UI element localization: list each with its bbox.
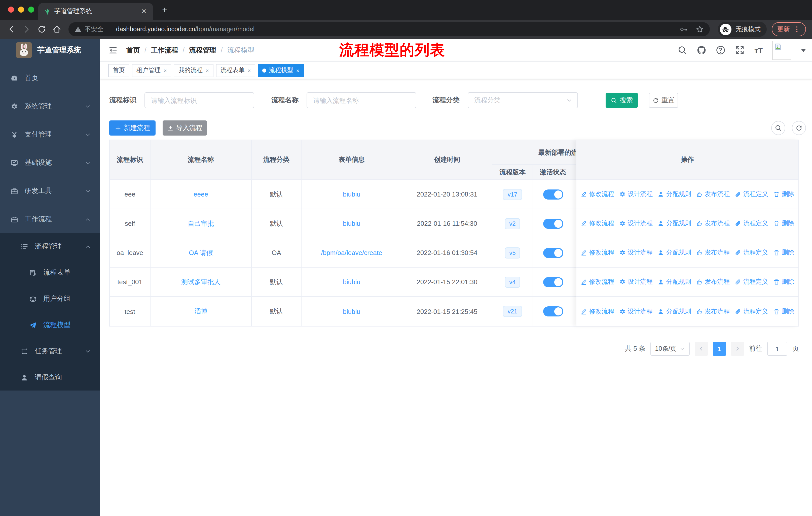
process-definition-link[interactable]: 流程定义 [735,190,768,198]
search-icon[interactable] [678,45,688,55]
page-tab-2[interactable]: 我的流程× [174,64,213,77]
page-tab-1[interactable]: 租户管理× [132,64,171,77]
tab-close-icon[interactable]: ✕ [140,7,148,15]
page-size-select[interactable]: 10条/页 [650,342,690,356]
process-definition-link[interactable]: 流程定义 [735,278,768,286]
delete-link[interactable]: 删除 [773,248,794,257]
design-process-link[interactable]: 设计流程 [619,248,653,257]
page-tab-4[interactable]: 流程模型× [258,64,304,77]
form-info-link[interactable]: biubiu [301,297,402,326]
import-process-button[interactable]: 导入流程 [163,120,207,136]
category-select[interactable]: 流程分类 [468,92,578,108]
assign-rule-link[interactable]: 分配规则 [658,219,691,228]
key-icon[interactable] [679,25,688,33]
process-name-link[interactable]: eeee [150,180,252,209]
delete-link[interactable]: 删除 [773,219,794,228]
sidebar-item-tasks-10[interactable]: 任务管理 [0,338,100,364]
search-button[interactable]: 搜索 [606,93,638,108]
publish-process-link[interactable]: 发布流程 [696,278,730,286]
edit-process-link[interactable]: 修改流程 [580,278,614,286]
maximize-window-button[interactable] [28,6,34,12]
sidebar-item-listflow-6[interactable]: 流程管理 [0,233,100,260]
url-bar[interactable]: 不安全 dashboard.yudao.iocoder.cn/bpm/manag… [68,22,710,36]
publish-process-link[interactable]: 发布流程 [696,190,730,198]
page-tab-0[interactable]: 首页 [108,64,129,77]
sidebar-item-briefcase-4[interactable]: 研发工具 [0,177,100,205]
avatar-caret-icon[interactable] [801,49,806,52]
next-page-button[interactable] [731,342,744,356]
font-size-icon[interactable]: ᴛT [754,46,763,54]
breadcrumb-home[interactable]: 首页 [126,46,140,55]
process-id-input[interactable] [144,92,254,108]
tab-close-icon[interactable]: × [164,67,167,73]
assign-rule-link[interactable]: 分配规则 [658,248,691,257]
avatar[interactable] [772,40,791,60]
form-info-link[interactable]: biubiu [301,180,402,209]
delete-link[interactable]: 删除 [773,278,794,286]
sidebar-item-send-9[interactable]: 流程模型 [0,312,100,338]
form-info-link[interactable]: /bpm/oa/leave/create [301,238,402,267]
assign-rule-link[interactable]: 分配规则 [658,307,691,316]
create-process-button[interactable]: 新建流程 [109,120,155,136]
sidebar-item-dashboard-0[interactable]: 首页 [0,64,100,92]
github-icon[interactable] [697,45,706,55]
sidebar-item-monitor-3[interactable]: 基础设施 [0,148,100,177]
breadcrumb-process-manage[interactable]: 流程管理 [189,46,216,55]
process-name-input[interactable] [307,92,416,108]
browser-menu-icon[interactable] [793,26,801,33]
tab-close-icon[interactable]: × [248,67,251,73]
breadcrumb-workflow[interactable]: 工作流程 [151,46,178,55]
active-toggle[interactable] [543,306,563,317]
show-search-button[interactable] [771,121,785,135]
minimize-window-button[interactable] [18,6,24,12]
current-page-button[interactable]: 1 [713,342,726,356]
design-process-link[interactable]: 设计流程 [619,307,653,316]
sidebar-item-form-7[interactable]: 流程表单 [0,260,100,286]
forward-icon[interactable] [20,23,33,36]
process-definition-link[interactable]: 流程定义 [735,219,768,228]
new-tab-button[interactable]: + [159,4,170,16]
edit-process-link[interactable]: 修改流程 [580,307,614,316]
form-info-link[interactable]: biubiu [301,209,402,238]
form-info-link[interactable]: biubiu [301,268,402,296]
fullscreen-icon[interactable] [735,45,745,55]
refresh-table-button[interactable] [792,121,806,135]
sidebar-item-robot-8[interactable]: 用户分组 [0,286,100,312]
publish-process-link[interactable]: 发布流程 [696,219,730,228]
process-definition-link[interactable]: 流程定义 [735,307,768,316]
active-toggle[interactable] [543,248,563,258]
design-process-link[interactable]: 设计流程 [619,190,653,198]
assign-rule-link[interactable]: 分配规则 [658,278,691,286]
edit-process-link[interactable]: 修改流程 [580,190,614,198]
process-definition-link[interactable]: 流程定义 [735,248,768,257]
design-process-link[interactable]: 设计流程 [619,219,653,228]
reset-button[interactable]: 重置 [649,93,678,108]
help-icon[interactable] [716,45,726,55]
sidebar-logo[interactable]: 芋道管理系统 [0,39,100,61]
bookmark-star-icon[interactable] [696,25,704,33]
edit-process-link[interactable]: 修改流程 [580,248,614,257]
sidebar-item-briefcase-5[interactable]: 工作流程 [0,205,100,233]
process-name-link[interactable]: 测试多审批人 [150,268,252,296]
reload-icon[interactable] [35,23,48,36]
security-label[interactable]: 不安全 [85,25,104,33]
close-window-button[interactable] [8,6,14,12]
publish-process-link[interactable]: 发布流程 [696,248,730,257]
publish-process-link[interactable]: 发布流程 [696,307,730,316]
page-tab-3[interactable]: 流程表单× [216,64,256,77]
design-process-link[interactable]: 设计流程 [619,278,653,286]
active-toggle[interactable] [543,277,563,287]
home-icon[interactable] [50,23,63,36]
process-name-link[interactable]: 自己审批 [150,209,252,238]
goto-page-input[interactable] [767,342,787,356]
back-icon[interactable] [5,23,18,36]
active-toggle[interactable] [543,218,563,228]
delete-link[interactable]: 删除 [773,190,794,198]
url-text[interactable]: dashboard.yudao.iocoder.cn/bpm/manager/m… [116,26,255,33]
process-name-link[interactable]: 滔博 [150,297,252,326]
process-name-link[interactable]: OA 请假 [150,238,252,267]
sidebar-item-user-11[interactable]: 请假查询 [0,364,100,390]
security-warning-icon[interactable] [75,26,82,33]
sidebar-item-gear-1[interactable]: 系统管理 [0,92,100,120]
edit-process-link[interactable]: 修改流程 [580,219,614,228]
